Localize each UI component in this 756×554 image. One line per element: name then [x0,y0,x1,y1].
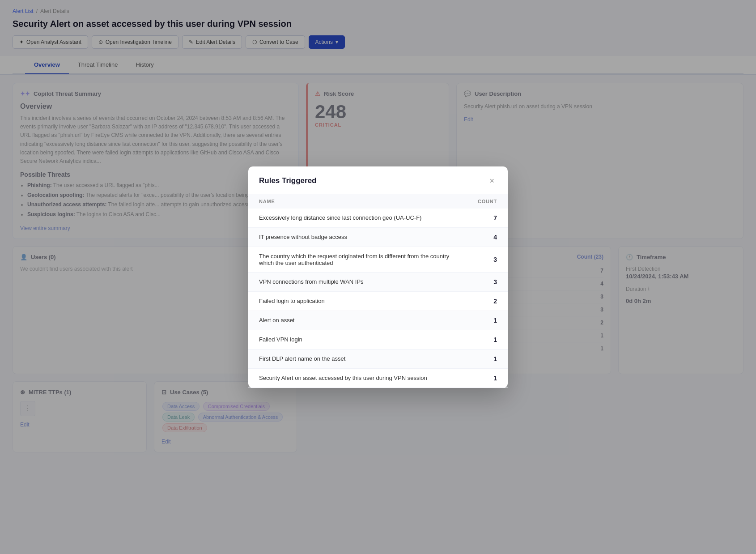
rule-name-cell: Failed login to application [248,291,467,311]
table-header-row: NAME COUNT [248,194,508,209]
modal-header: Rules Triggered × [248,166,508,194]
table-row: Excessively long distance since last con… [248,209,508,228]
rule-count-cell: 7 [467,209,508,228]
rule-count-cell: 3 [467,247,508,272]
table-row: IT presence without badge access4 [248,227,508,247]
rule-count-cell: 1 [467,349,508,368]
rule-count-cell: 2 [467,291,508,311]
col-count-header: COUNT [467,194,508,209]
modal-close-button[interactable]: × [487,175,497,187]
modal-table-body: Excessively long distance since last con… [248,209,508,388]
table-row: The country which the request originated… [248,247,508,272]
table-row: Failed VPN login1 [248,330,508,349]
modal-body: NAME COUNT Excessively long distance sin… [248,194,508,388]
rule-count-cell: 3 [467,272,508,291]
rule-name-cell: Failed VPN login [248,330,467,349]
rule-name-cell: Excessively long distance since last con… [248,209,467,228]
table-row: VPN connections from multiple WAN IPs3 [248,272,508,291]
table-row: Security Alert on asset accessed by this… [248,368,508,388]
rules-table: NAME COUNT Excessively long distance sin… [248,194,508,388]
rule-count-cell: 4 [467,227,508,247]
modal-overlay: Rules Triggered × NAME COUNT Excessively… [0,0,756,554]
modal-title: Rules Triggered [259,176,316,185]
rule-count-cell: 1 [467,330,508,349]
rule-count-cell: 1 [467,311,508,330]
table-row: Failed login to application2 [248,291,508,311]
rule-name-cell: The country which the request originated… [248,247,467,272]
table-row: Alert on asset1 [248,311,508,330]
rules-triggered-modal: Rules Triggered × NAME COUNT Excessively… [248,166,508,388]
table-row: First DLP alert name on the asset1 [248,349,508,368]
rule-name-cell: Security Alert on asset accessed by this… [248,368,467,388]
rule-name-cell: Alert on asset [248,311,467,330]
col-name-header: NAME [248,194,467,209]
rule-name-cell: First DLP alert name on the asset [248,349,467,368]
rule-name-cell: IT presence without badge access [248,227,467,247]
rule-name-cell: VPN connections from multiple WAN IPs [248,272,467,291]
rule-count-cell: 1 [467,368,508,388]
